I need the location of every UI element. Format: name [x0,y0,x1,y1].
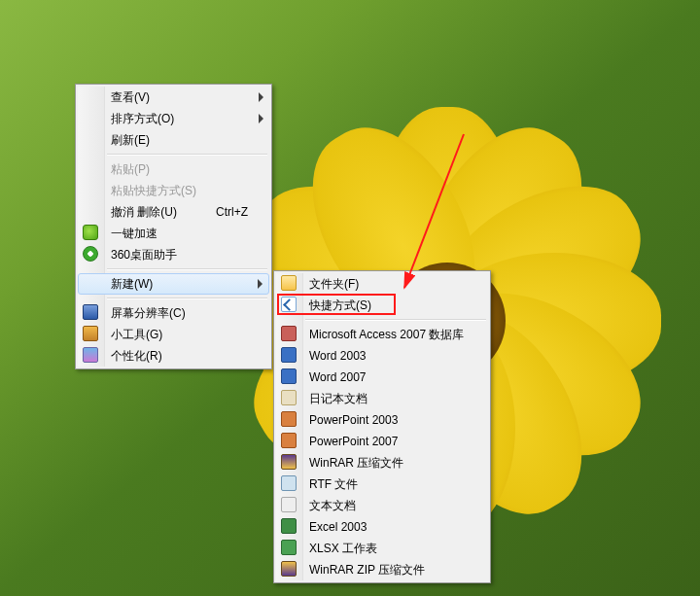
menu-item-new[interactable]: 新建(W) [78,273,269,295]
menu-item-label: Excel 2003 [309,520,367,534]
speedup-icon [83,225,98,240]
menu-item-label: WinRAR ZIP 压缩文件 [309,563,425,577]
access-icon [281,326,297,341]
submenu-item-xlsx[interactable]: XLSX 工作表 [276,538,488,559]
menu-item-label: 小工具(G) [111,328,162,341]
resolution-icon [83,304,98,320]
menu-item-label: PowerPoint 2007 [309,435,398,448]
submenu-item-powerpoint-2007[interactable]: PowerPoint 2007 [276,431,488,452]
menu-item-label: Word 2003 [309,349,366,363]
xlsx-icon [281,540,297,555]
desktop-context-menu: 查看(V) 排序方式(O) 刷新(E) 粘贴(P) 粘贴快捷方式(S) 撤消 删… [75,84,272,369]
menu-item-paste-shortcut: 粘贴快捷方式(S) [78,180,269,201]
menu-item-label: 个性化(R) [111,349,162,363]
excel-icon [281,518,297,534]
menu-item-label: 文本文档 [309,499,356,512]
submenu-item-powerpoint-2003[interactable]: PowerPoint 2003 [276,409,488,431]
menu-item-label: 360桌面助手 [111,248,177,262]
powerpoint-icon [281,433,297,448]
rtf-icon [281,475,297,491]
folder-icon [281,275,297,291]
powerpoint-icon [281,411,297,427]
submenu-arrow-icon [259,114,263,123]
menu-item-label: 刷新(E) [111,133,150,147]
menu-item-label: XLSX 工作表 [309,542,377,555]
submenu-arrow-icon [258,279,262,289]
menu-item-label: 屏幕分辨率(C) [111,306,186,320]
360-icon [83,246,98,262]
submenu-item-txt[interactable]: 文本文档 [276,495,488,516]
shortcut-icon [281,297,297,312]
winrar-zip-icon [281,561,297,577]
menu-item-personalize[interactable]: 个性化(R) [78,345,269,367]
menu-item-label: 查看(V) [111,90,150,104]
submenu-arrow-icon [259,92,263,102]
submenu-item-word-2003[interactable]: Word 2003 [276,345,488,367]
menu-item-view[interactable]: 查看(V) [78,87,269,108]
menu-item-screen-resolution[interactable]: 屏幕分辨率(C) [78,302,269,324]
submenu-item-excel-2003[interactable]: Excel 2003 [276,516,488,538]
menu-item-label: Word 2007 [309,370,366,384]
menu-item-label: 新建(W) [111,277,153,291]
submenu-item-winrar[interactable]: WinRAR 压缩文件 [276,452,488,473]
new-submenu: 文件夹(F) 快捷方式(S) Microsoft Access 2007 数据库… [273,270,491,583]
menu-item-label: RTF 文件 [309,477,358,491]
submenu-item-folder[interactable]: 文件夹(F) [276,273,488,295]
menu-item-label: 快捷方式(S) [309,298,371,312]
menu-item-gadgets[interactable]: 小工具(G) [78,324,269,345]
menu-item-shortcut: Ctrl+Z [216,201,248,223]
submenu-item-shortcut[interactable]: 快捷方式(S) [276,295,488,316]
menu-item-refresh[interactable]: 刷新(E) [78,129,269,151]
menu-item-speedup[interactable]: 一键加速 [78,223,269,244]
menu-item-360-desktop-helper[interactable]: 360桌面助手 [78,244,269,265]
menu-separator [107,154,267,156]
text-file-icon [281,497,297,512]
menu-item-label: 文件夹(F) [309,277,359,291]
word-icon [281,347,297,363]
word-icon [281,368,297,384]
menu-item-undo-delete[interactable]: 撤消 删除(U) Ctrl+Z [78,201,269,223]
menu-item-label: Microsoft Access 2007 数据库 [309,328,464,341]
submenu-item-word-2007[interactable]: Word 2007 [276,367,488,388]
menu-item-label: PowerPoint 2003 [309,413,398,427]
submenu-item-rtf[interactable]: RTF 文件 [276,473,488,495]
submenu-item-diary[interactable]: 日记本文档 [276,388,488,409]
menu-item-label: 日记本文档 [309,392,368,405]
menu-item-label: 撤消 删除(U) [111,205,177,219]
menu-item-label: 排序方式(O) [111,112,174,125]
svg-line-0 [404,134,464,288]
diary-icon [281,390,297,405]
menu-item-label: 一键加速 [111,227,158,240]
menu-item-label: 粘贴(P) [111,162,150,176]
personalize-icon [83,347,98,363]
submenu-item-access[interactable]: Microsoft Access 2007 数据库 [276,324,488,345]
menu-item-label: 粘贴快捷方式(S) [111,184,196,197]
menu-item-paste: 粘贴(P) [78,158,269,180]
menu-separator [107,298,267,299]
menu-separator [107,268,267,270]
gadgets-icon [83,326,98,341]
menu-item-sort[interactable]: 排序方式(O) [78,108,269,129]
menu-item-label: WinRAR 压缩文件 [309,456,403,470]
submenu-item-winrar-zip[interactable]: WinRAR ZIP 压缩文件 [276,559,488,580]
menu-separator [305,319,486,321]
winrar-icon [281,454,297,470]
